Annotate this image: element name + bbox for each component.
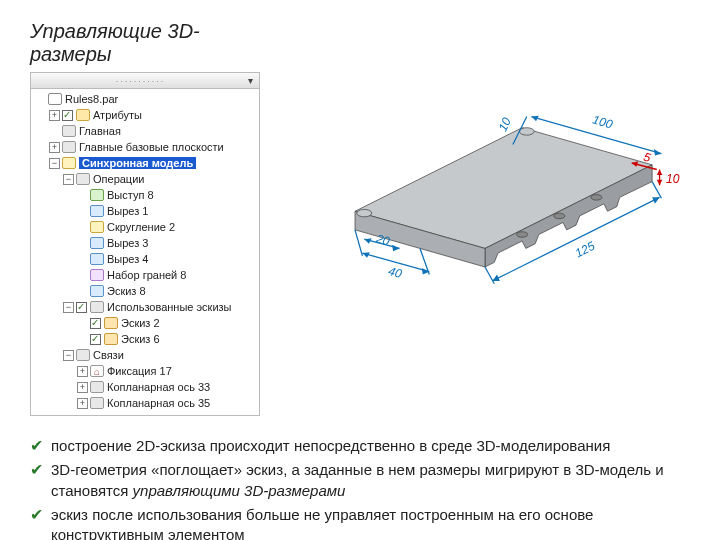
tree-label: Вырез 1 <box>107 205 148 217</box>
slide-title: Управляющие 3D-размеры <box>30 20 250 66</box>
tree-toolbar: ··········· ▾ <box>31 73 259 89</box>
tree-label: Эскиз 8 <box>107 285 146 297</box>
tree-label: Вырез 3 <box>107 237 148 249</box>
svg-line-19 <box>485 267 494 284</box>
dimension-label: 10 <box>666 172 680 186</box>
tree-item[interactable]: − Использованные эскизы <box>31 299 259 315</box>
svg-marker-9 <box>654 149 661 156</box>
tree-label: Выступ 8 <box>107 189 154 201</box>
document-icon <box>48 93 62 105</box>
tree-item[interactable]: Эскиз 8 <box>31 283 259 299</box>
tree-item[interactable]: − Связи <box>31 347 259 363</box>
model-viewport: 100 10 5 10 125 <box>280 72 690 332</box>
bullet-list: ✔ построение 2D-эскиза происходит непоср… <box>30 436 690 540</box>
tree-item[interactable]: Эскиз 6 <box>31 331 259 347</box>
expand-icon[interactable]: + <box>77 366 88 377</box>
tree-label: Эскиз 2 <box>121 317 160 329</box>
expand-icon[interactable]: + <box>49 110 60 121</box>
bullet-item: ✔ эскиз после использования больше не уп… <box>30 505 690 540</box>
svg-point-3 <box>519 128 534 135</box>
coplanar-axis-icon <box>90 381 104 393</box>
checkbox-icon[interactable] <box>90 318 101 329</box>
operations-icon <box>76 173 90 185</box>
tree-item-sync[interactable]: − Синхронная модель <box>31 155 259 171</box>
collapse-icon[interactable]: − <box>63 174 74 185</box>
tree-item[interactable]: Вырез 4 <box>31 251 259 267</box>
tree-item[interactable]: Главная <box>31 123 259 139</box>
cutout-icon <box>90 253 104 265</box>
svg-marker-15 <box>657 180 663 186</box>
tree-label: Эскиз 6 <box>121 333 160 345</box>
lock-icon: ⌂ <box>90 365 104 377</box>
svg-marker-28 <box>392 245 399 252</box>
sketch-icon <box>104 317 118 329</box>
checkbox-icon[interactable] <box>62 110 73 121</box>
tree-label: Операции <box>93 173 144 185</box>
extrude-icon <box>90 189 104 201</box>
svg-point-4 <box>591 195 602 201</box>
svg-point-2 <box>357 209 372 216</box>
tree-label: Главная <box>79 125 121 137</box>
tree-item[interactable]: Эскиз 2 <box>31 315 259 331</box>
tree-label: Копланарная ось 35 <box>107 397 210 409</box>
chevron-down-icon[interactable]: ▾ <box>248 75 253 86</box>
tree-root[interactable]: Rules8.par <box>31 91 259 107</box>
tree-item[interactable]: + Атрибуты <box>31 107 259 123</box>
used-sketches-icon <box>90 301 104 313</box>
tree-item[interactable]: +⌂Фиксация 17 <box>31 363 259 379</box>
round-icon <box>90 221 104 233</box>
sketch-icon <box>104 333 118 345</box>
attributes-icon <box>76 109 90 121</box>
expand-icon[interactable]: + <box>77 398 88 409</box>
tree-label: Скругление 2 <box>107 221 175 233</box>
home-icon <box>62 125 76 137</box>
check-icon: ✔ <box>30 436 43 455</box>
tree-item[interactable]: Выступ 8 <box>31 187 259 203</box>
collapse-icon[interactable]: − <box>63 302 74 313</box>
bullet-text: 3D-геометрия «поглощает» эскиз, а заданн… <box>51 460 690 501</box>
cutout-icon <box>90 205 104 217</box>
feature-tree-panel: ··········· ▾ Rules8.par + Атрибуты <box>30 72 260 416</box>
bullet-item: ✔ 3D-геометрия «поглощает» эскиз, а зада… <box>30 460 690 501</box>
check-icon: ✔ <box>30 505 43 524</box>
tree-label: Копланарная ось 33 <box>107 381 210 393</box>
checkbox-icon[interactable] <box>90 334 101 345</box>
expand-icon[interactable]: + <box>77 382 88 393</box>
svg-point-6 <box>517 232 528 238</box>
checkbox-icon[interactable] <box>76 302 87 313</box>
check-icon: ✔ <box>30 460 43 479</box>
collapse-icon[interactable]: − <box>49 158 60 169</box>
dimension-label: 40 <box>387 264 404 281</box>
bullet-text: построение 2D-эскиза происходит непосред… <box>51 436 690 456</box>
bullet-text-emphasis: управляющими 3D-размерами <box>133 482 346 499</box>
tree-item[interactable]: − Операции <box>31 171 259 187</box>
expand-icon[interactable]: + <box>49 142 60 153</box>
tree-item[interactable]: + Главные базовые плоскости <box>31 139 259 155</box>
tree-label: Синхронная модель <box>79 157 196 169</box>
svg-point-5 <box>554 213 565 219</box>
tree-item[interactable]: +Копланарная ось 35 <box>31 395 259 411</box>
sketch-icon <box>90 285 104 297</box>
dimension-label: 100 <box>591 112 614 131</box>
dimension-label: 125 <box>573 239 598 261</box>
bullet-text: эскиз после использования больше не упра… <box>51 505 690 540</box>
bullet-item: ✔ построение 2D-эскиза происходит непоср… <box>30 436 690 456</box>
tree-item[interactable]: +Копланарная ось 33 <box>31 379 259 395</box>
tree-item[interactable]: Вырез 1 <box>31 203 259 219</box>
face-set-icon <box>90 269 104 281</box>
svg-marker-14 <box>657 170 663 176</box>
sync-model-icon <box>62 157 76 169</box>
tree-item[interactable]: Скругление 2 <box>31 219 259 235</box>
tree-item[interactable]: Набор граней 8 <box>31 267 259 283</box>
dimension-label: 5 <box>642 150 653 165</box>
coplanar-axis-icon <box>90 397 104 409</box>
tree-item[interactable]: Вырез 3 <box>31 235 259 251</box>
tree-label: Вырез 4 <box>107 253 148 265</box>
tree-label: Набор граней 8 <box>107 269 186 281</box>
collapse-icon[interactable]: − <box>63 350 74 361</box>
svg-line-24 <box>355 230 362 256</box>
tree-label: Атрибуты <box>93 109 142 121</box>
planes-icon <box>62 141 76 153</box>
tree-label: Использованные эскизы <box>107 301 232 313</box>
tree-label: Фиксация 17 <box>107 365 172 377</box>
